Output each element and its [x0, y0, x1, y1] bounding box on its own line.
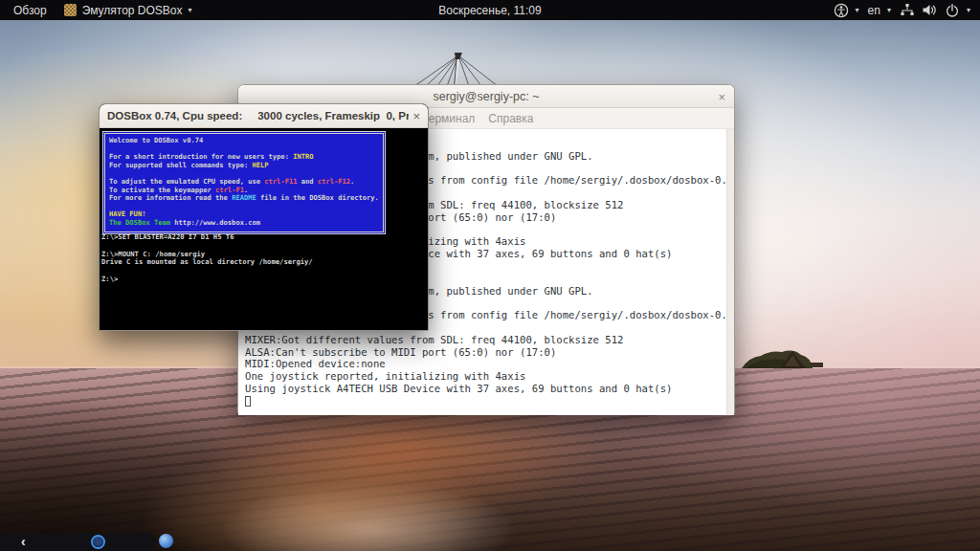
- close-icon[interactable]: ×: [412, 109, 420, 123]
- welcome-line: Welcome to DOSBox v0.74: [109, 137, 381, 145]
- accessibility-icon: [834, 3, 849, 18]
- terminal-cursor: [245, 396, 251, 407]
- dosbox-app-icon: [64, 4, 77, 16]
- accessibility-menu[interactable]: ▾: [834, 3, 859, 18]
- tray-dosbox-icon[interactable]: [91, 535, 105, 549]
- terminal-line: Using joystick A4TECH USB Device with 37…: [245, 383, 734, 395]
- dosbox-window: DOSBox 0.74, Cpu speed: 3000 cycles, Fra…: [99, 103, 429, 331]
- terminal-line: MIDI:Opened device:none: [245, 358, 734, 370]
- clock[interactable]: Воскресенье, 11:09: [438, 4, 541, 17]
- chevron-down-icon: ▾: [189, 7, 192, 14]
- activities-button[interactable]: Обзор: [10, 3, 51, 18]
- terminal-title: sergiy@sergiy-pc: ~: [434, 90, 540, 103]
- power-icon: [945, 3, 960, 18]
- menu-item-5[interactable]: Справка: [485, 112, 536, 125]
- dos-prompt-line: Z:\>: [101, 276, 313, 284]
- dos-prompt-line: [101, 267, 313, 276]
- app-menu-label: Эмулятор DOSBox: [82, 4, 183, 17]
- welcome-line: [109, 203, 381, 211]
- terminal-cursor-line: [245, 395, 734, 408]
- dosbox-welcome-box: Welcome to DOSBox v0.74For a short intro…: [102, 131, 386, 234]
- terminal-line: ALSA:Can't subscribe to MIDI port (65:0)…: [245, 346, 734, 359]
- terminal-line: MIXER:Got different values from SDL: fre…: [245, 334, 734, 346]
- dos-prompt-line: Z:\>SET BLASTER=A220 I7 D1 H5 T6: [101, 233, 313, 242]
- welcome-line: For more information read the README fil…: [109, 194, 381, 203]
- welcome-line: For supported shell commands type: HELP: [109, 162, 381, 170]
- chevron-left-icon[interactable]: ‹: [21, 534, 26, 550]
- terminal-line: One joystick reported, initializing with…: [245, 370, 734, 383]
- network-icon: [900, 3, 915, 17]
- dosbox-screen[interactable]: Welcome to DOSBox v0.74For a short intro…: [100, 128, 428, 330]
- language-label: en: [868, 4, 880, 17]
- app-menu[interactable]: Эмулятор DOSBox ▾: [64, 4, 192, 17]
- island-silhouette: [742, 351, 823, 368]
- dosbox-title: DOSBox 0.74, Cpu speed: 3000 cycles, Fra…: [107, 110, 409, 121]
- top-bar: Обзор Эмулятор DOSBox ▾ Воскресенье, 11:…: [0, 0, 980, 20]
- chevron-down-icon: ▾: [887, 7, 891, 14]
- welcome-line: The DOSBox Team http://www.dosbox.com: [109, 219, 381, 228]
- terminal-scrollbar[interactable]: [726, 129, 734, 415]
- language-menu[interactable]: en ▾: [868, 4, 891, 17]
- dosbox-titlebar[interactable]: DOSBox 0.74, Cpu speed: 3000 cycles, Fra…: [100, 104, 428, 128]
- system-menu[interactable]: ▾: [900, 3, 970, 18]
- tray-app-icon[interactable]: [159, 534, 173, 548]
- volume-icon: [922, 3, 938, 17]
- chevron-down-icon: ▾: [856, 7, 859, 14]
- dosbox-prompt-output: Z:\>SET BLASTER=A220 I7 D1 H5 T6Z:\>MOUN…: [101, 233, 313, 284]
- chevron-down-icon: ▾: [967, 7, 970, 14]
- bottom-tray: ‹: [0, 533, 156, 551]
- dos-prompt-line: Drive C is mounted as local directory /h…: [101, 258, 313, 267]
- close-icon[interactable]: ×: [718, 90, 725, 102]
- mast-icon: [414, 53, 498, 86]
